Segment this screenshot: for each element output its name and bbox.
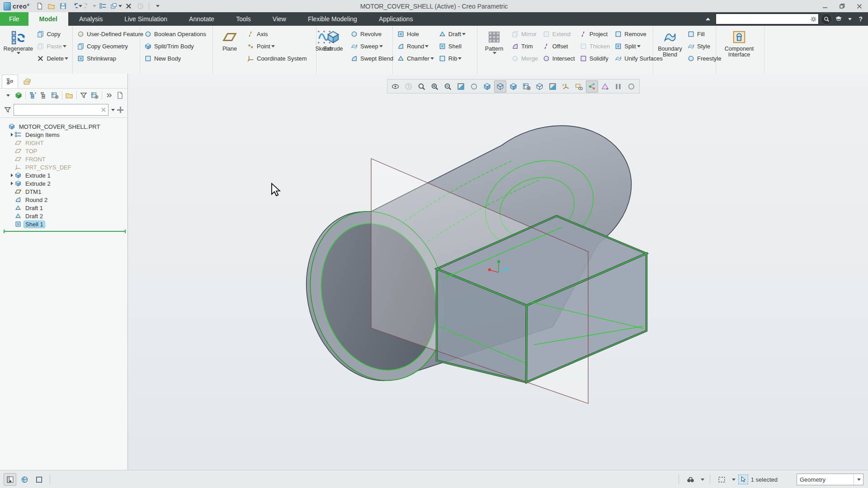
learning-connector-button[interactable] (834, 14, 843, 23)
tree-item-draft-1[interactable]: Draft 1 (9, 204, 127, 212)
filter-dropdown-icon[interactable] (111, 109, 115, 111)
draft-button[interactable]: Draft (437, 28, 467, 40)
paste-button[interactable]: Paste (35, 40, 70, 52)
trim-button[interactable]: Trim (509, 40, 540, 52)
boundary-blend-button[interactable]: Boundary Blend (656, 27, 684, 66)
tree-item-extrude-2[interactable]: Extrude 2 (9, 179, 127, 188)
tree-columns-button[interactable] (50, 90, 59, 101)
new-file-button[interactable] (34, 1, 45, 11)
expander-icon[interactable] (9, 174, 14, 177)
gear-icon[interactable] (810, 16, 817, 23)
chevron-down-icon[interactable] (271, 45, 275, 47)
rib-button[interactable]: Rib (437, 52, 467, 65)
web-browser-button[interactable] (18, 473, 31, 486)
chevron-down-icon[interactable] (637, 45, 641, 47)
project-button[interactable]: Project (578, 28, 612, 40)
active-model-icon[interactable] (14, 90, 23, 101)
plane-button[interactable]: Plane (215, 27, 244, 66)
point-button[interactable]: Point (245, 40, 309, 52)
round-button[interactable]: Round (395, 40, 436, 52)
tab-file[interactable]: File (0, 12, 28, 26)
datum-display-button[interactable] (547, 80, 559, 93)
revolve-button[interactable]: Revolve (349, 28, 395, 40)
axis-button[interactable]: Axis (245, 28, 309, 40)
section-view-button[interactable] (494, 80, 506, 93)
zoom-in-button[interactable] (429, 80, 441, 93)
search-model-button[interactable] (684, 473, 697, 486)
chamfer-button[interactable]: Chamfer (395, 52, 436, 65)
split-trim-body-button[interactable]: Split/Trim Body (142, 40, 208, 52)
swept-blend-button[interactable]: Swept Blend (349, 52, 395, 65)
add-filter-button[interactable] (117, 106, 124, 113)
tree-item-shell-1[interactable]: Shell 1 (9, 220, 127, 228)
annotation-display-button[interactable] (573, 80, 585, 93)
tree-feature-button[interactable] (64, 90, 74, 101)
tree-insertion-locator[interactable] (4, 231, 126, 232)
display-style-button[interactable] (481, 80, 493, 93)
open-button[interactable] (46, 1, 57, 11)
thicken-button[interactable]: Thicken (578, 40, 612, 52)
close-button[interactable] (851, 0, 868, 12)
chevron-down-icon[interactable] (732, 479, 736, 481)
chevron-down-icon[interactable] (17, 52, 20, 54)
shrinkwrap-button[interactable]: Shrinkwrap (75, 52, 145, 65)
new-window-button[interactable] (33, 473, 45, 486)
tree-settings-button[interactable] (90, 90, 99, 101)
tab-flexible-modeling[interactable]: Flexible Modeling (297, 12, 368, 26)
tree-dropdown-button[interactable] (3, 90, 12, 101)
tree-filter-input[interactable] (14, 107, 100, 113)
repaint-button[interactable] (455, 80, 467, 93)
tab-live-simulation[interactable]: Live Simulation (113, 12, 178, 26)
tab-analysis[interactable]: Analysis (68, 12, 113, 26)
show-all-button[interactable] (389, 80, 401, 93)
saved-orientations-button[interactable] (507, 80, 519, 93)
delete-button[interactable]: Delete (35, 52, 70, 65)
tree-item-dtm1[interactable]: DTM1 (9, 188, 127, 196)
datum-filters-button[interactable] (560, 80, 572, 93)
tab-view[interactable]: View (262, 12, 297, 26)
simulate-button[interactable] (599, 80, 611, 93)
copy-geometry-button[interactable]: Copy Geometry (75, 40, 145, 52)
user-defined-feature-button[interactable]: User-Defined Feature (75, 28, 145, 40)
mirror-button[interactable]: Mirror (509, 28, 540, 40)
expander-icon[interactable] (9, 182, 14, 185)
boolean-operations-button[interactable]: Boolean Operations (142, 28, 208, 40)
solidify-button[interactable]: Solidify (578, 52, 612, 65)
chevron-down-icon[interactable] (379, 45, 383, 47)
tree-item-design-items[interactable]: Design Items (9, 131, 127, 139)
shade-button[interactable] (468, 80, 480, 93)
component-interface-button[interactable]: Component Interface (718, 27, 760, 66)
chevron-down-icon[interactable] (430, 57, 434, 60)
selection-filter-combobox[interactable]: Geometry (797, 474, 863, 485)
pattern-button[interactable]: Pattern (480, 27, 509, 66)
command-search-input[interactable] (716, 15, 810, 23)
expand-all-button[interactable] (28, 90, 38, 101)
minimize-button[interactable] (816, 0, 834, 12)
tree-filters-button[interactable] (79, 90, 88, 101)
navigator-toggle-button[interactable] (4, 473, 16, 486)
view-manager-button[interactable] (520, 80, 533, 93)
resume-button[interactable] (625, 80, 637, 93)
schedule-button[interactable] (135, 1, 146, 11)
clear-filter-icon[interactable] (100, 107, 107, 113)
chevron-down-icon[interactable] (65, 57, 68, 60)
learning-dropdown-button[interactable] (845, 14, 854, 23)
zoom-out-button[interactable] (442, 80, 454, 93)
previous-view-button[interactable] (402, 80, 415, 93)
tree-item-top[interactable]: TOP (9, 147, 127, 155)
transparent-display-button[interactable] (533, 80, 546, 93)
expander-icon[interactable] (9, 133, 14, 136)
selection-box-button[interactable] (716, 473, 728, 486)
restore-button[interactable] (834, 0, 851, 12)
save-button[interactable] (58, 1, 69, 11)
merge-button[interactable]: Merge (509, 52, 540, 65)
chevron-down-icon[interactable] (701, 479, 704, 481)
hole-button[interactable]: Hole (395, 28, 436, 40)
shell-button[interactable]: Shell (437, 40, 467, 52)
extrude-button[interactable]: Extrude (319, 27, 348, 66)
pause-button[interactable] (612, 80, 624, 93)
extend-button[interactable]: Extend (541, 28, 577, 40)
chevron-down-icon[interactable] (462, 33, 466, 35)
chevron-down-icon[interactable] (425, 45, 429, 47)
coordinate-system-button[interactable]: Coordinate System (245, 52, 309, 65)
